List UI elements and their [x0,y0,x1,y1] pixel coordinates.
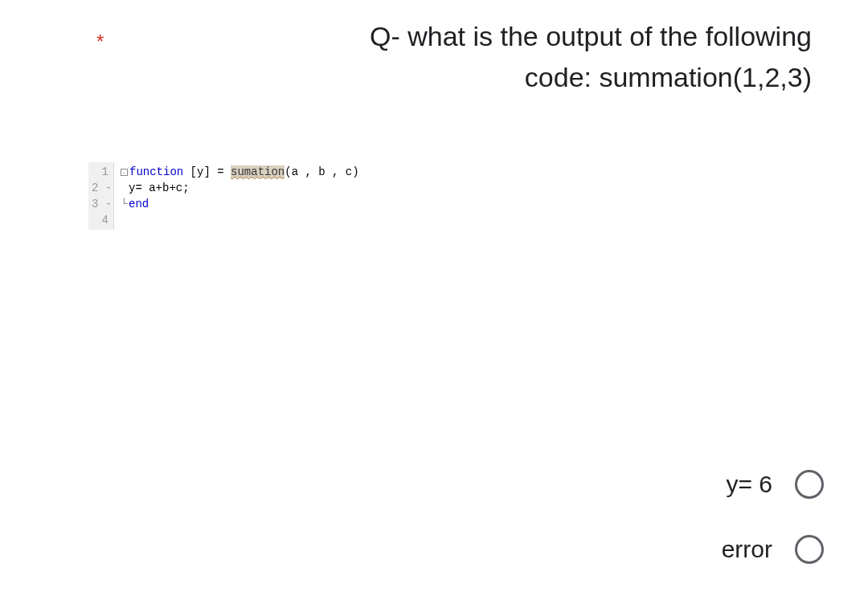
fold-minus-icon: - [121,169,128,176]
code-editor: 1 2 - 3 - 4 -function [y] = sumation(a ,… [88,162,362,230]
answer-options: y= 6 error [722,470,824,564]
code-line: -function [y] = sumation(a , b , c) [121,164,359,180]
keyword: function [129,165,183,178]
question-line-1: Q- what is the output of the following [370,21,812,51]
radio-icon[interactable] [795,535,824,564]
code-gutter: 1 2 - 3 - 4 [88,162,114,230]
option-y-equals-6[interactable]: y= 6 [726,470,824,499]
code-text: [y] = [183,165,231,178]
function-name: sumation [231,165,285,178]
question-line-2: code: summation(1,2,3) [525,62,812,92]
code-line [121,212,359,228]
keyword: end [129,198,149,210]
code-text: (a , b , c) [285,165,358,178]
code-body: -function [y] = sumation(a , b , c) y= a… [114,162,366,230]
bracket-guide: └ [121,196,129,212]
bracket-guide [121,180,129,196]
required-marker: * [96,31,104,53]
gutter-line: 3 - [92,196,108,212]
option-label: y= 6 [726,471,772,498]
gutter-line: 1 [92,164,108,180]
code-line: y= a+b+c; [121,180,359,196]
option-error[interactable]: error [722,535,824,564]
gutter-line: 4 [92,212,108,228]
option-label: error [722,536,772,563]
code-line: └end [121,196,359,212]
radio-icon[interactable] [795,470,824,499]
question-container: * Q- what is the output of the following… [64,16,820,98]
gutter-line: 2 - [92,180,108,196]
question-text: Q- what is the output of the following c… [64,16,820,98]
code-text: y= a+b+c; [129,182,190,194]
